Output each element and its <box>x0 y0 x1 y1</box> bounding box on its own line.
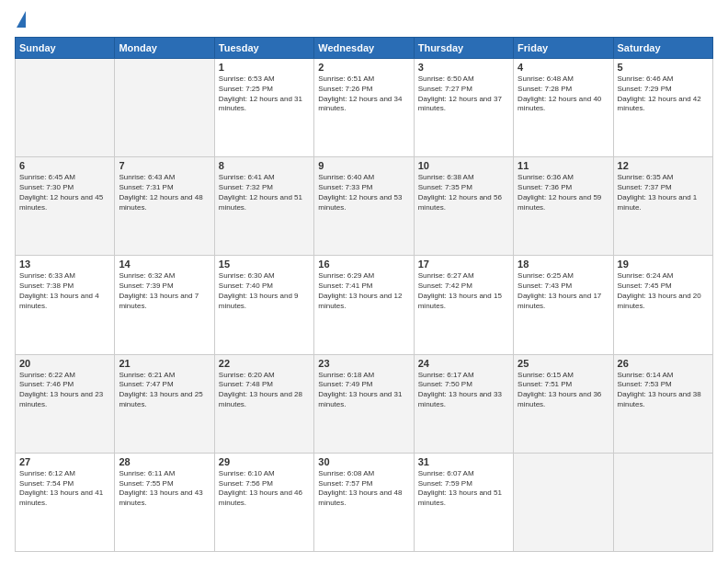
table-row: 5Sunrise: 6:46 AM Sunset: 7:29 PM Daylig… <box>613 59 712 157</box>
day-number: 29 <box>219 456 310 467</box>
table-row: 21Sunrise: 6:21 AM Sunset: 7:47 PM Dayli… <box>115 354 214 453</box>
day-info: Sunrise: 6:17 AM Sunset: 7:50 PM Dayligh… <box>418 371 509 410</box>
day-info: Sunrise: 6:48 AM Sunset: 7:28 PM Dayligh… <box>518 75 609 114</box>
table-row: 25Sunrise: 6:15 AM Sunset: 7:51 PM Dayli… <box>514 354 613 453</box>
table-row: 4Sunrise: 6:48 AM Sunset: 7:28 PM Daylig… <box>514 59 613 157</box>
day-info: Sunrise: 6:46 AM Sunset: 7:29 PM Dayligh… <box>618 75 709 114</box>
week-row-1: 1Sunrise: 6:53 AM Sunset: 7:25 PM Daylig… <box>16 59 713 157</box>
day-number: 9 <box>318 160 409 171</box>
day-info: Sunrise: 6:10 AM Sunset: 7:56 PM Dayligh… <box>219 469 310 509</box>
day-number: 11 <box>518 160 609 171</box>
day-info: Sunrise: 6:15 AM Sunset: 7:51 PM Dayligh… <box>518 371 609 410</box>
table-row: 13Sunrise: 6:33 AM Sunset: 7:38 PM Dayli… <box>16 256 115 354</box>
table-row <box>514 453 613 551</box>
weekday-thursday: Thursday <box>414 38 513 59</box>
day-info: Sunrise: 6:24 AM Sunset: 7:45 PM Dayligh… <box>618 271 709 311</box>
weekday-wednesday: Wednesday <box>314 38 414 59</box>
table-row <box>115 59 214 157</box>
table-row: 27Sunrise: 6:12 AM Sunset: 7:54 PM Dayli… <box>16 453 115 551</box>
day-info: Sunrise: 6:32 AM Sunset: 7:39 PM Dayligh… <box>119 271 210 311</box>
table-row: 28Sunrise: 6:11 AM Sunset: 7:55 PM Dayli… <box>115 453 214 551</box>
table-row: 8Sunrise: 6:41 AM Sunset: 7:32 PM Daylig… <box>214 157 313 256</box>
weekday-saturday: Saturday <box>613 38 712 59</box>
table-row: 6Sunrise: 6:45 AM Sunset: 7:30 PM Daylig… <box>16 157 115 256</box>
day-info: Sunrise: 6:14 AM Sunset: 7:53 PM Dayligh… <box>618 371 709 410</box>
day-info: Sunrise: 6:30 AM Sunset: 7:40 PM Dayligh… <box>219 271 310 311</box>
day-number: 21 <box>119 358 210 369</box>
day-info: Sunrise: 6:33 AM Sunset: 7:38 PM Dayligh… <box>19 271 110 311</box>
day-number: 30 <box>318 456 409 467</box>
day-info: Sunrise: 6:22 AM Sunset: 7:46 PM Dayligh… <box>19 371 110 410</box>
calendar-header: SundayMondayTuesdayWednesdayThursdayFrid… <box>16 38 713 59</box>
day-info: Sunrise: 6:11 AM Sunset: 7:55 PM Dayligh… <box>119 469 210 509</box>
day-info: Sunrise: 6:50 AM Sunset: 7:27 PM Dayligh… <box>418 75 509 114</box>
week-row-5: 27Sunrise: 6:12 AM Sunset: 7:54 PM Dayli… <box>16 453 713 551</box>
table-row: 23Sunrise: 6:18 AM Sunset: 7:49 PM Dayli… <box>314 354 414 453</box>
day-number: 3 <box>418 62 509 73</box>
day-number: 15 <box>219 259 310 270</box>
day-number: 31 <box>418 456 509 467</box>
day-info: Sunrise: 6:12 AM Sunset: 7:54 PM Dayligh… <box>19 469 110 509</box>
day-info: Sunrise: 6:21 AM Sunset: 7:47 PM Dayligh… <box>119 371 210 410</box>
day-info: Sunrise: 6:27 AM Sunset: 7:42 PM Dayligh… <box>418 271 509 311</box>
table-row: 10Sunrise: 6:38 AM Sunset: 7:35 PM Dayli… <box>414 157 513 256</box>
day-number: 5 <box>618 62 709 73</box>
day-info: Sunrise: 6:25 AM Sunset: 7:43 PM Dayligh… <box>518 271 609 311</box>
day-number: 26 <box>618 358 709 369</box>
day-info: Sunrise: 6:43 AM Sunset: 7:31 PM Dayligh… <box>119 173 210 213</box>
week-row-3: 13Sunrise: 6:33 AM Sunset: 7:38 PM Dayli… <box>16 256 713 354</box>
day-info: Sunrise: 6:35 AM Sunset: 7:37 PM Dayligh… <box>618 173 709 213</box>
table-row: 31Sunrise: 6:07 AM Sunset: 7:59 PM Dayli… <box>414 453 513 551</box>
day-info: Sunrise: 6:08 AM Sunset: 7:57 PM Dayligh… <box>318 469 409 509</box>
table-row: 2Sunrise: 6:51 AM Sunset: 7:26 PM Daylig… <box>314 59 414 157</box>
day-number: 17 <box>418 259 509 270</box>
logo-triangle-icon <box>17 11 26 28</box>
table-row: 19Sunrise: 6:24 AM Sunset: 7:45 PM Dayli… <box>613 256 712 354</box>
day-number: 22 <box>219 358 310 369</box>
day-number: 20 <box>19 358 110 369</box>
day-info: Sunrise: 6:20 AM Sunset: 7:48 PM Dayligh… <box>219 371 310 410</box>
day-info: Sunrise: 6:18 AM Sunset: 7:49 PM Dayligh… <box>318 371 409 410</box>
table-row: 3Sunrise: 6:50 AM Sunset: 7:27 PM Daylig… <box>414 59 513 157</box>
day-number: 2 <box>318 62 409 73</box>
day-info: Sunrise: 6:51 AM Sunset: 7:26 PM Dayligh… <box>318 75 409 114</box>
table-row: 29Sunrise: 6:10 AM Sunset: 7:56 PM Dayli… <box>214 453 313 551</box>
table-row: 14Sunrise: 6:32 AM Sunset: 7:39 PM Dayli… <box>115 256 214 354</box>
day-number: 7 <box>119 160 210 171</box>
day-number: 25 <box>518 358 609 369</box>
day-number: 16 <box>318 259 409 270</box>
day-number: 12 <box>618 160 709 171</box>
table-row: 17Sunrise: 6:27 AM Sunset: 7:42 PM Dayli… <box>414 256 513 354</box>
day-number: 19 <box>618 259 709 270</box>
table-row: 24Sunrise: 6:17 AM Sunset: 7:50 PM Dayli… <box>414 354 513 453</box>
weekday-tuesday: Tuesday <box>214 38 313 59</box>
day-number: 4 <box>518 62 609 73</box>
table-row: 1Sunrise: 6:53 AM Sunset: 7:25 PM Daylig… <box>214 59 313 157</box>
table-row <box>613 453 712 551</box>
day-number: 23 <box>318 358 409 369</box>
day-number: 24 <box>418 358 509 369</box>
weekday-friday: Friday <box>514 38 613 59</box>
weekday-sunday: Sunday <box>16 38 115 59</box>
day-number: 13 <box>19 259 110 270</box>
table-row: 9Sunrise: 6:40 AM Sunset: 7:33 PM Daylig… <box>314 157 414 256</box>
table-row: 22Sunrise: 6:20 AM Sunset: 7:48 PM Dayli… <box>214 354 313 453</box>
day-number: 27 <box>19 456 110 467</box>
day-info: Sunrise: 6:38 AM Sunset: 7:35 PM Dayligh… <box>418 173 509 213</box>
table-row: 26Sunrise: 6:14 AM Sunset: 7:53 PM Dayli… <box>613 354 712 453</box>
calendar-table: SundayMondayTuesdayWednesdayThursdayFrid… <box>15 37 713 552</box>
day-info: Sunrise: 6:07 AM Sunset: 7:59 PM Dayligh… <box>418 469 509 509</box>
table-row: 18Sunrise: 6:25 AM Sunset: 7:43 PM Dayli… <box>514 256 613 354</box>
day-info: Sunrise: 6:36 AM Sunset: 7:36 PM Dayligh… <box>518 173 609 213</box>
day-info: Sunrise: 6:45 AM Sunset: 7:30 PM Dayligh… <box>19 173 110 213</box>
week-row-2: 6Sunrise: 6:45 AM Sunset: 7:30 PM Daylig… <box>16 157 713 256</box>
weekday-header-row: SundayMondayTuesdayWednesdayThursdayFrid… <box>16 38 713 59</box>
logo <box>15 11 26 29</box>
page: SundayMondayTuesdayWednesdayThursdayFrid… <box>0 0 728 563</box>
header <box>15 11 713 29</box>
table-row: 12Sunrise: 6:35 AM Sunset: 7:37 PM Dayli… <box>613 157 712 256</box>
table-row <box>16 59 115 157</box>
day-info: Sunrise: 6:40 AM Sunset: 7:33 PM Dayligh… <box>318 173 409 213</box>
day-info: Sunrise: 6:41 AM Sunset: 7:32 PM Dayligh… <box>219 173 310 213</box>
table-row: 7Sunrise: 6:43 AM Sunset: 7:31 PM Daylig… <box>115 157 214 256</box>
